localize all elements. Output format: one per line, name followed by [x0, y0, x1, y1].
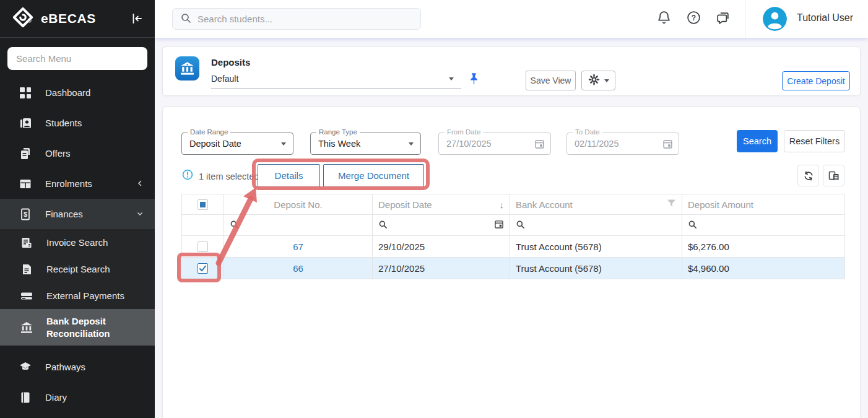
- avatar[interactable]: [763, 7, 787, 31]
- table-row[interactable]: 66 27/10/2025 Trust Account (5678) $4,96…: [182, 258, 844, 279]
- enrolments-icon: [19, 178, 32, 190]
- info-icon: [182, 169, 193, 183]
- column-header-deposit-no[interactable]: Deposit No.: [224, 194, 373, 215]
- column-header-bank-account[interactable]: Bank Account: [510, 194, 682, 215]
- bank-account-cell: Trust Account (5678): [510, 236, 682, 258]
- sidebar-item-dashboard[interactable]: Dashboard: [0, 77, 155, 108]
- search-icon: [516, 220, 525, 231]
- chevron-left-icon: [136, 178, 144, 189]
- from-date-field[interactable]: From Date 27/10/2025: [438, 133, 551, 155]
- range-type-label: Range Type: [316, 128, 360, 136]
- sidebar-item-finances[interactable]: $ Finances: [0, 199, 155, 229]
- caret-down-icon: [281, 142, 286, 146]
- reset-filters-button[interactable]: Reset Filters: [784, 130, 845, 152]
- gear-icon: [588, 74, 600, 87]
- finances-group: $ Finances Invoice Search Receipt Search…: [0, 199, 155, 346]
- caret-down-icon: [449, 77, 454, 81]
- deposit-no-link[interactable]: 67: [293, 242, 303, 252]
- deposit-no-link[interactable]: 66: [293, 263, 303, 274]
- filter-cell-deposit-date[interactable]: [373, 215, 510, 236]
- deposits-card: Date Range Deposit Date Range Type This …: [162, 107, 861, 418]
- student-search-input[interactable]: [197, 14, 413, 24]
- offers-icon: [19, 147, 32, 160]
- sidebar-item-label: Bank Deposit Reconciliation: [46, 315, 144, 340]
- merge-document-button[interactable]: Merge Document: [323, 164, 424, 187]
- sidebar-search-input[interactable]: [7, 47, 147, 70]
- date-range-select[interactable]: Date Range Deposit Date: [181, 133, 293, 155]
- sidebar-item-external-payments[interactable]: External Payments: [0, 282, 155, 309]
- help-icon[interactable]: ?: [686, 10, 701, 25]
- details-button[interactable]: Details: [258, 164, 320, 187]
- row-checkbox[interactable]: [197, 263, 208, 274]
- sidebar-item-label: Diary: [45, 391, 144, 404]
- receipt-search-icon: [20, 263, 33, 276]
- select-all-checkbox[interactable]: [197, 199, 208, 210]
- sidebar-item-receipt-search[interactable]: Receipt Search: [0, 256, 155, 282]
- sidebar-item-offers[interactable]: Offers: [0, 138, 155, 168]
- bell-icon[interactable]: [656, 10, 672, 25]
- chat-icon[interactable]: [715, 10, 731, 25]
- sidebar-collapse-icon[interactable]: [129, 11, 145, 27]
- column-header-label: Deposit Date: [378, 199, 432, 210]
- row-checkbox[interactable]: [197, 242, 208, 252]
- column-header-deposit-date[interactable]: Deposit Date ↓: [373, 194, 510, 215]
- external-payments-icon: [20, 290, 33, 302]
- table-row[interactable]: 67 29/10/2025 Trust Account (5678) $6,27…: [182, 236, 844, 258]
- search-button[interactable]: Search: [737, 130, 778, 152]
- view-selector[interactable]: Default: [211, 71, 461, 89]
- search-icon: [180, 12, 191, 26]
- bank-icon: [20, 321, 33, 334]
- user-name[interactable]: Tutorial User: [797, 12, 853, 24]
- sidebar-item-label: Offers: [45, 147, 144, 160]
- topbar: ? Tutorial User: [155, 0, 868, 38]
- students-icon: [19, 117, 32, 129]
- filter-cell-bank-account[interactable]: [510, 215, 682, 236]
- to-date-field[interactable]: To Date 02/11/2025: [566, 133, 679, 155]
- sidebar-item-pathways[interactable]: Pathways: [0, 352, 155, 382]
- filter-cell-deposit-no[interactable]: [224, 215, 373, 236]
- sidebar-item-invoice-search[interactable]: Invoice Search: [0, 229, 155, 256]
- sidebar-item-label: Students: [45, 117, 144, 129]
- save-view-button[interactable]: Save View: [526, 71, 576, 90]
- caret-down-icon: [604, 79, 609, 82]
- create-deposit-button[interactable]: Create Deposit: [782, 71, 850, 90]
- table-header-row: Deposit No. Deposit Date ↓ Bank Account …: [182, 194, 844, 215]
- pin-icon[interactable]: [469, 72, 479, 87]
- sort-desc-icon: ↓: [500, 199, 505, 210]
- sidebar-item-enrolments[interactable]: Enrolments: [0, 168, 155, 199]
- search-icon: [378, 220, 388, 231]
- column-header-deposit-amount[interactable]: Deposit Amount: [682, 194, 845, 215]
- from-date-label: From Date: [445, 128, 483, 136]
- filter-funnel-icon[interactable]: [667, 199, 676, 210]
- range-type-select[interactable]: Range Type This Week: [310, 133, 421, 155]
- settings-dropdown-button[interactable]: [581, 71, 615, 90]
- deposit-date-cell: 29/10/2025: [373, 236, 510, 258]
- pathways-icon: [19, 361, 32, 373]
- sidebar-item-label: Finances: [45, 208, 136, 220]
- sidebar-item-label: Receipt Search: [46, 263, 144, 276]
- to-date-value: 02/11/2025: [567, 133, 679, 154]
- calendar-icon[interactable]: [494, 219, 504, 231]
- from-date-value: 27/10/2025: [439, 133, 550, 154]
- filter-cell-deposit-amount[interactable]: [682, 215, 845, 236]
- sidebar-item-students[interactable]: Students: [0, 108, 155, 138]
- page-header-card: Deposits Default Save View Create Deposi…: [162, 46, 861, 96]
- sidebar-item-diary[interactable]: Diary: [0, 382, 155, 412]
- sidebar-item-bank-deposit-reconciliation[interactable]: Bank Deposit Reconciliation: [0, 309, 155, 346]
- sidebar-item-label: Invoice Search: [46, 237, 144, 249]
- diary-icon: [19, 391, 32, 404]
- selection-status: 1 item selected: [199, 172, 259, 181]
- logo-bar: eBECAS: [0, 0, 155, 38]
- column-header-label: Bank Account: [516, 199, 573, 210]
- sidebar-search: [7, 47, 147, 70]
- sidebar-item-label: Dashboard: [45, 87, 144, 99]
- invoice-search-icon: [20, 237, 33, 249]
- deposit-amount-cell: $6,276.00: [682, 236, 845, 258]
- refresh-icon[interactable]: [797, 165, 819, 186]
- table-filter-row: [182, 215, 844, 236]
- column-chooser-icon[interactable]: [823, 165, 844, 186]
- sidebar-item-label: Enrolments: [45, 178, 136, 190]
- dashboard-icon: [19, 87, 32, 99]
- calendar-icon: [534, 139, 545, 152]
- sidebar: eBECAS Dashboard Students Offers Enrolme…: [0, 0, 155, 418]
